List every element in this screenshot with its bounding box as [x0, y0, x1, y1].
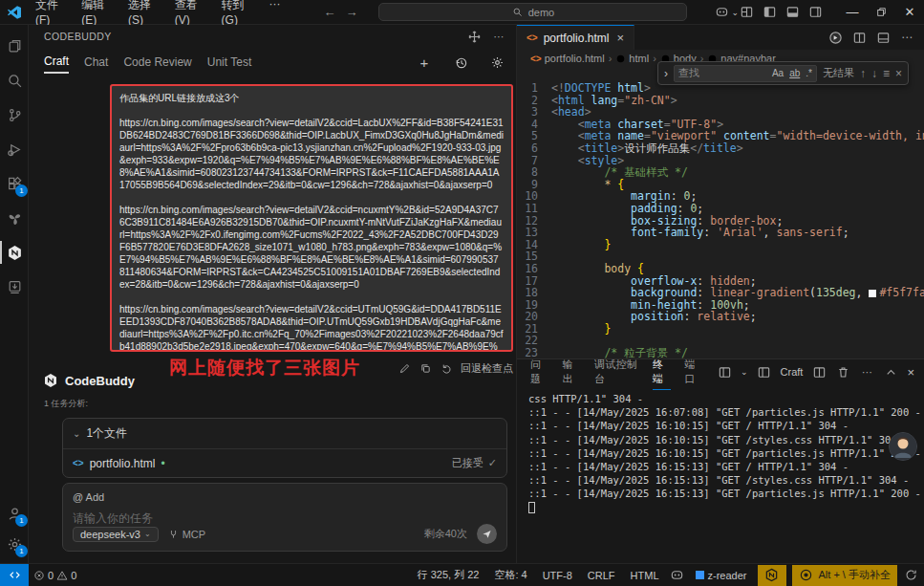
settings-gear-icon[interactable]: 1 — [0, 529, 29, 559]
problems-status[interactable]: 0 0 — [32, 568, 76, 583]
split-editor-icon[interactable] — [851, 30, 867, 45]
toggle-panel-icon[interactable] — [784, 5, 800, 20]
tab-portfolio-html[interactable]: <> portfolio.html × — [517, 25, 634, 50]
more-actions-icon[interactable]: ⋯ — [859, 364, 874, 380]
breadcrumb-html[interactable]: html — [615, 53, 649, 64]
tab-ports[interactable]: 端口 — [685, 353, 702, 391]
whole-word-toggle[interactable]: ab — [789, 68, 800, 78]
restore-button[interactable] — [867, 0, 895, 25]
search-icon — [512, 7, 524, 18]
sidebar-title: CODEBUDDY — [44, 31, 112, 42]
move-view-icon[interactable] — [466, 29, 482, 44]
accounts-icon[interactable]: 1 — [0, 498, 29, 529]
tab-code-review[interactable]: Code Review — [123, 52, 191, 73]
more-actions-icon[interactable]: ⋯ — [491, 29, 506, 44]
tab-debug-console[interactable]: 调试控制台 — [594, 353, 638, 391]
back-icon[interactable]: ← — [323, 5, 335, 19]
model-selector[interactable]: deepseek-v3 ⌄ — [73, 527, 159, 542]
codebuddy-run-icon[interactable] — [827, 30, 843, 45]
explorer-icon[interactable] — [0, 31, 29, 61]
maximize-panel-icon[interactable] — [883, 364, 898, 380]
copy-message-icon[interactable] — [419, 361, 432, 375]
chevron-down-icon[interactable]: ⌄ — [741, 367, 748, 377]
html-file-icon: <> — [526, 33, 538, 43]
find-in-selection-icon[interactable]: ≡ — [883, 67, 890, 80]
terminal-output[interactable]: css HTTP/1.1" 304 -::1 - - [14/May/2025 … — [517, 384, 924, 513]
terminal-line: ::1 - - [14/May/2025 16:10:15] "GET / HT… — [528, 419, 924, 432]
chevron-down-icon: ⌄ — [144, 530, 151, 538]
close-tab-icon[interactable]: × — [616, 31, 624, 45]
send-button[interactable] — [477, 524, 497, 544]
split-terminal-icon[interactable] — [811, 364, 827, 380]
code-lines[interactable]: 1<!DOCTYPE html>2<html lang="zh-CN">3<he… — [517, 67, 924, 358]
tab-craft[interactable]: Craft — [44, 51, 69, 74]
eol[interactable]: CRLF — [583, 570, 620, 581]
quota-label: 剩余40次 — [424, 527, 467, 541]
tab-problems[interactable]: 问题 — [530, 353, 548, 391]
toggle-sidebar-icon[interactable] — [762, 5, 777, 20]
new-terminal-icon[interactable] — [717, 364, 732, 380]
find-prev-icon[interactable]: ↑ — [860, 67, 866, 80]
codebuddy-status-icon-button[interactable] — [758, 565, 786, 586]
codebuddy-settings-icon[interactable] — [489, 54, 505, 70]
close-button[interactable]: ✕ — [895, 0, 924, 25]
status-bar: 0 0 行 325, 列 22 空格: 4 UTF-8 CRLF HTML z-… — [0, 563, 924, 586]
close-find-icon[interactable]: × — [895, 67, 902, 80]
tab-terminal[interactable]: 终端 — [653, 353, 670, 391]
settings-badge: 1 — [15, 545, 28, 557]
z-reader-status[interactable]: z-reader — [691, 570, 752, 581]
sync-icon[interactable] — [903, 568, 918, 583]
close-panel-icon[interactable]: × — [907, 365, 914, 380]
history-icon[interactable] — [453, 54, 468, 70]
new-session-icon[interactable]: + — [417, 54, 432, 70]
toggle-secondary-sidebar-icon[interactable] — [807, 5, 823, 20]
cursor-position[interactable]: 行 325, 列 22 — [413, 568, 484, 582]
rollback-icon[interactable] — [440, 361, 453, 375]
kill-terminal-icon[interactable] — [835, 364, 850, 380]
regex-toggle[interactable]: .* — [806, 68, 812, 78]
reader-extension-icon[interactable] — [0, 271, 29, 302]
message-intro: 作品集的URL链接放成这3个 — [119, 92, 504, 104]
find-next-icon[interactable]: ↓ — [871, 67, 877, 80]
mcp-button[interactable]: MCP — [168, 529, 205, 540]
forward-icon[interactable]: → — [345, 5, 357, 19]
language-mode[interactable]: HTML — [626, 570, 664, 581]
tab-unit-test[interactable]: Unit Test — [207, 52, 251, 73]
task-composer[interactable]: @ Add 请输入你的任务 deepseek-v3 ⌄ MCP 剩余40次 — [62, 483, 507, 552]
remote-indicator[interactable] — [0, 564, 29, 586]
codebuddy-gold-icon — [764, 568, 780, 583]
extensions-icon[interactable]: 1 — [0, 168, 29, 199]
find-expand-icon[interactable]: › — [664, 67, 668, 80]
copilot-status-icon[interactable] — [670, 568, 685, 583]
indentation[interactable]: 空格: 4 — [489, 568, 531, 582]
source-control-icon[interactable] — [0, 99, 29, 130]
manual-completion-button[interactable]: Alt + \ 手动补全 — [792, 565, 898, 586]
search-sidebar-icon[interactable] — [0, 65, 29, 96]
model-name: deepseek-v3 — [80, 529, 140, 540]
file-card-header[interactable]: ⌄ 1个文件 — [63, 419, 506, 449]
terminal-profile-icon[interactable] — [757, 364, 772, 380]
editor-tab-bar: <> portfolio.html × ⋯ — [517, 25, 924, 50]
add-context-button[interactable]: @ Add — [73, 491, 497, 503]
minimize-button[interactable]: — — [838, 0, 867, 25]
pinwheel-extension-icon[interactable] — [0, 203, 29, 233]
history-nav: ← → — [323, 5, 357, 19]
breadcrumb-file[interactable]: <> portfolio.html — [530, 53, 605, 64]
edit-message-icon[interactable] — [398, 361, 411, 375]
file-row[interactable]: <> portfolio.html • 已接受 ✓ — [63, 449, 506, 477]
tab-chat[interactable]: Chat — [84, 52, 108, 73]
command-center-search[interactable]: demo — [378, 3, 687, 21]
find-input[interactable]: 查找 Aa ab .* — [674, 65, 817, 82]
customize-layout-icon[interactable] — [739, 5, 754, 20]
more-actions-icon[interactable]: ⋯ — [899, 30, 914, 45]
match-case-toggle[interactable]: Aa — [772, 68, 784, 78]
warning-count: 0 — [71, 570, 76, 581]
terminal-profile-label[interactable]: Craft — [781, 366, 804, 378]
layout-icon[interactable] — [875, 30, 891, 45]
rollback-label[interactable]: 回退检查点 — [461, 361, 513, 376]
copilot-menu[interactable]: ⌄ — [714, 5, 739, 20]
tab-output[interactable]: 输出 — [562, 353, 579, 391]
run-debug-icon[interactable] — [0, 134, 29, 164]
codebuddy-sidebar-icon[interactable] — [0, 237, 29, 268]
encoding[interactable]: UTF-8 — [538, 570, 577, 581]
